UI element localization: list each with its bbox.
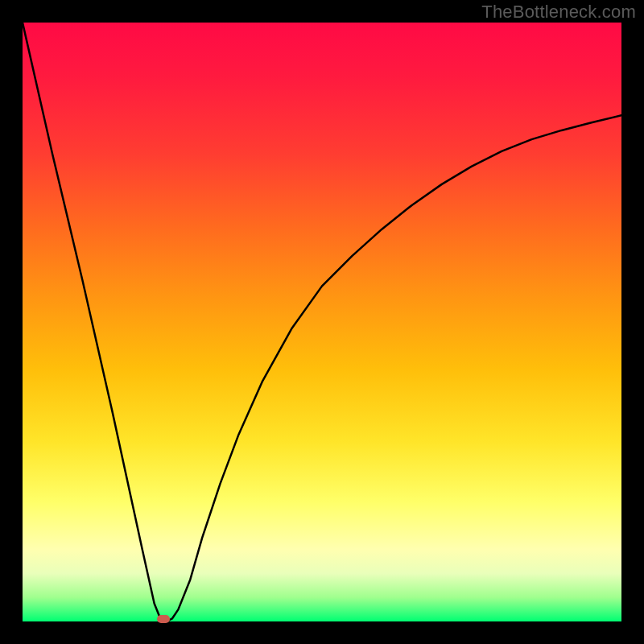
plot-area xyxy=(23,23,621,621)
chart-frame: TheBottleneck.com xyxy=(0,0,644,644)
bottleneck-curve xyxy=(23,23,621,621)
minimum-marker xyxy=(157,615,170,623)
watermark-text: TheBottleneck.com xyxy=(481,2,636,23)
